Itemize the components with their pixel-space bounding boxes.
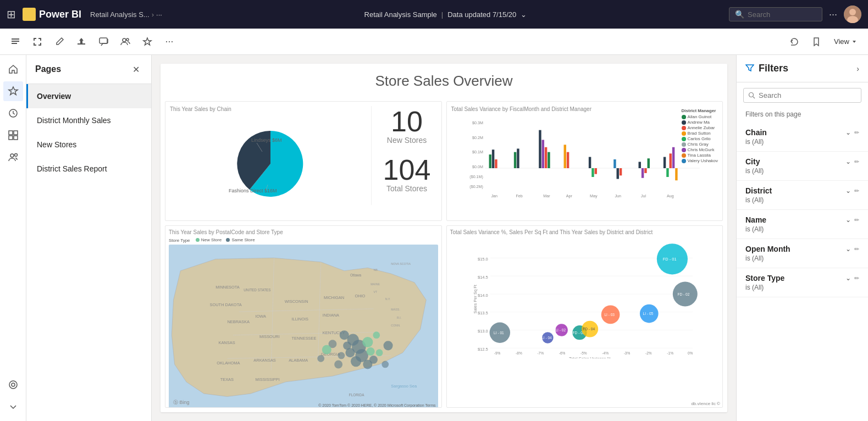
filter-edit-icon[interactable]: ✏ [854,246,859,253]
svg-text:MICHIGAN: MICHIGAN [324,295,344,300]
grid-icon[interactable]: ⊞ [7,8,16,21]
undo-button[interactable] [786,33,803,51]
bar-chart-card[interactable]: Total Sales Variance by FiscalMonth and … [446,101,723,221]
close-panel-button[interactable]: ✕ [129,63,142,76]
map-area[interactable]: MINNESOTA SOUTH DAKOTA NEBRASKA KANSAS O… [169,245,438,408]
svg-text:ALABAMA: ALABAMA [289,358,308,363]
nav-people[interactable] [3,147,23,167]
filter-chevron-icon[interactable]: ⌄ [845,274,851,282]
filters-expand-button[interactable]: › [856,64,859,73]
bookmark-button[interactable] [808,33,825,51]
page-item-overview[interactable]: Overview [26,84,151,108]
filter-name: District [745,186,772,195]
filter-value: is (All) [745,284,859,291]
pie-label-lindseys: Lindseys $6M [251,137,282,143]
svg-text:($0.1M): ($0.1M) [469,175,483,179]
filter-chevron-icon[interactable]: ⌄ [845,129,851,136]
filter-edit-icon[interactable]: ✏ [854,217,859,224]
reading-view-button[interactable] [7,33,24,51]
pie-card[interactable]: This Year Sales by Chain Lind [165,101,442,221]
svg-rect-35 [513,152,516,168]
filter-search-input[interactable] [759,91,856,99]
search-box[interactable]: 🔍 [729,7,822,21]
report-main-title: Store Sales Overview [161,64,727,94]
store-type-legend: Store Type New Store Same Store [169,237,438,243]
total-stores-count: 104 [383,156,431,184]
filter-edit-icon[interactable]: ✏ [854,158,859,165]
svg-rect-18 [14,136,18,140]
nav-workspaces[interactable] [3,375,23,395]
filter-name: City [745,157,760,166]
breadcrumb-item[interactable]: Retail Analysis S... [90,10,150,19]
svg-text:Mar: Mar [543,194,550,198]
chevron-down-icon[interactable]: ⌄ [521,10,527,19]
filter-edit-icon[interactable]: ✏ [854,275,859,282]
svg-rect-51 [644,168,646,173]
view-button[interactable]: View [830,35,861,48]
report-canvas: Store Sales Overview This Year Sales by … [152,55,736,421]
svg-rect-11 [99,38,107,43]
filter-edit-icon[interactable]: ✏ [854,129,859,136]
filter-item-open-month: Open Month ⌄ ✏ is (All) [737,239,868,268]
filter-chevron-icon[interactable]: ⌄ [845,216,851,224]
svg-point-165 [749,93,754,97]
bing-watermark: ⓑ Bing [173,399,190,406]
filters-header: Filters › [737,55,868,82]
new-stores-count: 10 [391,107,423,136]
page-item-district-sales-report[interactable]: District Sales Report [26,157,151,181]
brand: Power BI [23,8,81,21]
favorite-button[interactable] [139,33,156,51]
edit-button[interactable] [51,33,68,51]
title-separator: | [441,10,443,19]
svg-rect-57 [675,168,677,180]
filter-item-city: City ⌄ ✏ is (All) [737,152,868,181]
nav-recents[interactable] [3,103,23,123]
pie-container: Lindseys $6M Fashions Direct $16M [170,114,371,213]
svg-point-22 [12,383,15,386]
svg-point-108 [367,348,375,356]
filter-actions: ⌄ ✏ [845,274,859,282]
svg-rect-33 [491,149,494,168]
svg-text:Jul: Jul [640,194,646,198]
teams-button[interactable] [117,33,134,51]
data-updated: Data updated 7/15/20 [447,10,516,19]
breadcrumb-more[interactable]: ··· [156,10,162,19]
comment-button[interactable] [95,33,112,51]
nav-expand[interactable] [3,397,23,417]
svg-point-106 [345,348,355,358]
nav-apps[interactable] [3,125,23,145]
svg-text:Sales Per Sq Ft: Sales Per Sq Ft [473,285,478,314]
filter-name: Open Month [745,245,790,253]
svg-rect-2 [31,10,34,19]
svg-rect-48 [619,168,621,175]
more-options-button[interactable]: ··· [827,7,839,23]
svg-text:-7%: -7% [537,352,544,356]
svg-text:WISCONSIN: WISCONSIN [285,300,308,304]
map-card[interactable]: This Year Sales by PostalCode and Store … [165,225,442,408]
svg-rect-34 [495,159,497,168]
svg-text:-8%: -8% [516,352,522,356]
svg-text:Ottawa: Ottawa [350,274,362,278]
filter-chevron-icon[interactable]: ⌄ [845,158,851,165]
filter-chevron-icon[interactable]: ⌄ [845,187,851,195]
svg-text:LI - 02: LI - 02 [555,329,566,333]
filter-edit-icon[interactable]: ✏ [854,187,859,195]
share-button[interactable] [73,33,90,51]
filter-item-name: Name ⌄ ✏ is (All) [737,210,868,239]
filter-search-box[interactable] [743,88,861,103]
scatter-card[interactable]: Total Sales Variance %, Sales Per Sq Ft … [446,225,723,408]
more-toolbar-button[interactable]: ··· [161,33,178,51]
svg-point-109 [351,357,361,367]
nav-home[interactable] [3,59,23,79]
page-item-new-stores[interactable]: New Stores [26,132,151,157]
search-input[interactable] [748,10,816,19]
fit-button[interactable] [29,33,46,51]
nav-favorites[interactable] [3,81,23,101]
svg-text:MISSOURI: MISSOURI [259,335,280,340]
svg-point-19 [10,154,14,157]
filter-chevron-icon[interactable]: ⌄ [845,245,851,253]
svg-point-13 [126,38,129,41]
filter-actions: ⌄ ✏ [845,158,859,165]
svg-point-119 [317,355,324,362]
page-item-district-monthly-sales[interactable]: District Monthly Sales [26,108,151,132]
